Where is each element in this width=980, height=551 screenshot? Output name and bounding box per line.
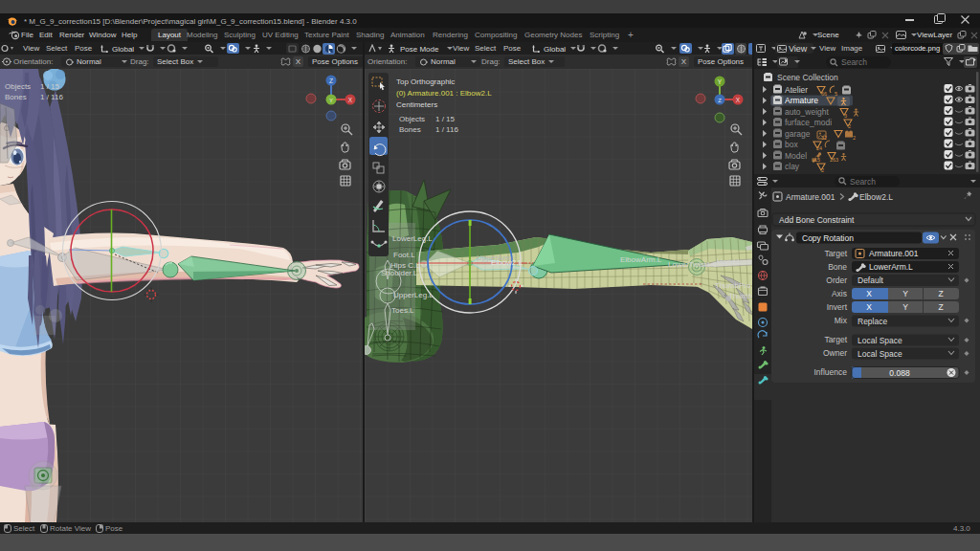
svg-text:Replace: Replace [858, 317, 887, 326]
svg-text:Owner: Owner [823, 348, 847, 358]
svg-text:furface_modi: furface_modi [785, 118, 832, 127]
svg-text:1 / 15: 1 / 15 [40, 82, 60, 91]
svg-text:LowerTwist1.L: LowerTwist1.L [668, 260, 718, 269]
svg-text:Target: Target [824, 335, 847, 344]
svg-text:Bones: Bones [399, 125, 421, 134]
svg-text:Armature: Armature [785, 96, 818, 105]
svg-text:263: 263 [830, 157, 838, 163]
svg-text:auto_weight: auto_weight [785, 107, 829, 117]
svg-text:box: box [785, 140, 798, 149]
svg-text:clay: clay [785, 162, 800, 171]
svg-text:24: 24 [816, 145, 822, 151]
svg-text:Order: Order [826, 276, 847, 285]
svg-text:Target: Target [824, 249, 847, 258]
svg-text:Z: Z [938, 289, 943, 298]
svg-text:Y: Y [329, 98, 333, 103]
svg-text:66: 66 [821, 91, 827, 97]
svg-text:Toes.L: Toes.L [391, 306, 414, 315]
svg-text:Armature.001: Armature.001 [786, 192, 835, 202]
svg-text:Influence: Influence [814, 367, 848, 377]
svg-text:Objects: Objects [5, 82, 31, 91]
svg-text:UpperLeg.L: UpperLeg.L [393, 291, 434, 299]
svg-text:1 / 116: 1 / 116 [40, 93, 63, 101]
svg-text:Add Bone Constraint: Add Bone Constraint [779, 215, 855, 225]
svg-text:(0) Armature.001 : Elbow2.L: (0) Armature.001 : Elbow2.L [396, 89, 492, 98]
svg-text:X: X [736, 97, 741, 103]
svg-text:Bones: Bones [5, 93, 27, 101]
svg-text:X: X [866, 302, 872, 312]
svg-text:Elbow2.L: Elbow2.L [859, 192, 893, 202]
svg-text:ThumbPro: ThumbPro [715, 281, 751, 290]
svg-text:ElbowArm.L: ElbowArm.L [620, 255, 662, 264]
svg-text:Objects: Objects [399, 115, 425, 123]
svg-text:garage: garage [785, 129, 811, 139]
svg-text:X: X [348, 97, 353, 103]
svg-text:Z: Z [938, 302, 943, 312]
svg-text:LowerLeg.L: LowerLeg.L [392, 234, 433, 243]
svg-text:Top Orthographic: Top Orthographic [396, 77, 455, 86]
svg-text:2: 2 [848, 123, 851, 129]
svg-text:Local Space: Local Space [858, 349, 902, 359]
svg-text:LowerArm.L: LowerArm.L [869, 262, 913, 272]
svg-text:Axis: Axis [832, 289, 847, 298]
svg-text:Bone: Bone [828, 262, 847, 272]
svg-text:Thumb: Thumb [728, 292, 752, 300]
svg-text:3: 3 [844, 113, 847, 119]
svg-text:Y: Y [718, 78, 723, 85]
svg-text:32: 32 [821, 135, 827, 141]
svg-text:Scene Collection: Scene Collection [777, 73, 838, 82]
svg-text:Centimeters: Centimeters [396, 100, 437, 109]
svg-text:Mix: Mix [835, 316, 848, 325]
svg-text:Model: Model [785, 151, 807, 161]
svg-text:Copy Rotation: Copy Rotation [802, 233, 854, 243]
svg-text:5: 5 [835, 91, 837, 97]
svg-text:Z: Z [329, 77, 333, 84]
svg-text:Y: Y [902, 289, 908, 298]
svg-text:1 / 116: 1 / 116 [435, 125, 458, 134]
svg-text:X: X [866, 289, 872, 298]
svg-text:Armature.001: Armature.001 [869, 249, 919, 258]
svg-text:615: 615 [812, 157, 820, 163]
svg-text:Y: Y [902, 302, 908, 312]
svg-text:1 / 15: 1 / 15 [435, 115, 456, 123]
svg-text:0.088: 0.088 [889, 368, 910, 378]
svg-text:Atelier: Atelier [785, 85, 808, 95]
svg-text:Shoulder.L: Shoulder.L [381, 269, 418, 277]
svg-text:Hand.L: Hand.L [717, 257, 742, 266]
svg-text:Local Space: Local Space [858, 336, 902, 345]
svg-text:Default: Default [858, 276, 884, 285]
svg-text:Invert: Invert [827, 302, 848, 312]
svg-text:2: 2 [853, 135, 856, 141]
svg-text:2: 2 [821, 167, 824, 173]
svg-text:Z: Z [718, 98, 722, 103]
svg-text:Elbow2.L: Elbow2.L [491, 258, 523, 267]
svg-text:Foot.L: Foot.L [393, 251, 415, 259]
